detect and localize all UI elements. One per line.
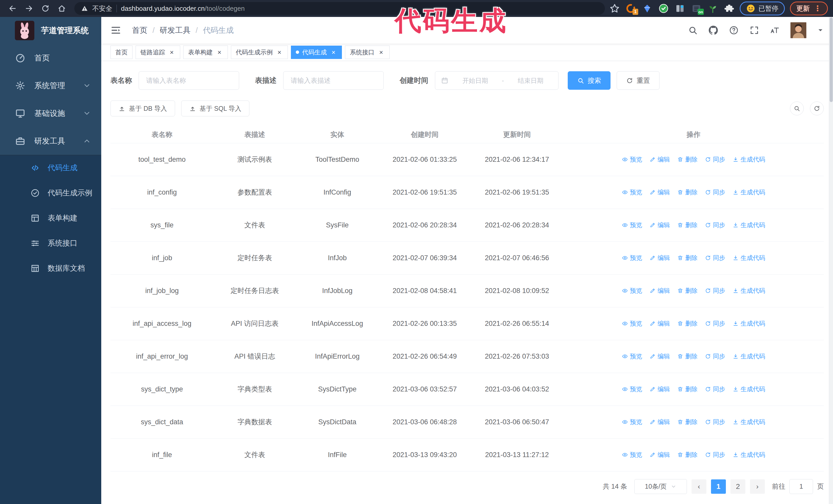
back-arrow-button[interactable] — [5, 2, 20, 15]
orange-ring-extension-icon[interactable]: 1 — [625, 3, 636, 14]
next-page-button[interactable]: › — [750, 479, 765, 494]
page-button-1[interactable]: 1 — [711, 479, 726, 494]
sync-link[interactable]: 同步 — [705, 188, 725, 196]
magnifier-circle-button[interactable] — [790, 101, 804, 115]
preview-link[interactable]: 预览 — [622, 287, 642, 295]
preview-link[interactable]: 预览 — [622, 319, 642, 328]
import-db-button[interactable]: 基于 DB 导入 — [111, 100, 175, 116]
green-check-extension-icon[interactable] — [658, 3, 669, 14]
breadcrumb-item[interactable]: 首页 — [132, 25, 147, 35]
preview-link[interactable]: 预览 — [622, 352, 642, 360]
bookmark-star-icon[interactable] — [609, 3, 620, 14]
caret-down-icon[interactable] — [817, 27, 824, 33]
sliders-extension-icon[interactable] — [674, 3, 685, 14]
delete-link[interactable]: 删除 — [677, 418, 698, 426]
generate-code-link[interactable]: 生成代码 — [733, 287, 765, 295]
tag-close-icon[interactable]: × — [378, 49, 385, 56]
browser-update-button[interactable]: 更新 ⋮ — [790, 2, 828, 16]
edit-link[interactable]: 编辑 — [649, 254, 670, 262]
generate-code-link[interactable]: 生成代码 — [733, 221, 765, 229]
reload-button[interactable] — [38, 2, 53, 15]
tag-close-icon[interactable]: × — [168, 49, 175, 56]
sync-link[interactable]: 同步 — [705, 287, 725, 295]
plant-extension-icon[interactable] — [708, 3, 718, 14]
tag-代码生成示例[interactable]: 代码生成示例× — [231, 46, 288, 59]
dark-box-extension-icon[interactable]: on — [691, 3, 702, 14]
sidebar-item-infra[interactable]: 基础设施 — [0, 99, 101, 127]
sidebar-subitem-codegen-example[interactable]: 代码生成示例 — [0, 181, 101, 206]
fullscreen-icon[interactable] — [749, 25, 759, 35]
page-size-select[interactable]: 10条/页 — [634, 479, 687, 494]
forward-arrow-button[interactable] — [22, 2, 37, 15]
table-name-input[interactable] — [139, 71, 239, 90]
edit-link[interactable]: 编辑 — [649, 287, 670, 295]
sync-link[interactable]: 同步 — [705, 451, 725, 459]
edit-link[interactable]: 编辑 — [649, 352, 670, 360]
sync-link[interactable]: 同步 — [705, 352, 725, 360]
sidebar-subitem-system-api[interactable]: 系统接口 — [0, 231, 101, 256]
address-bar[interactable]: 不安全 dashboard.yudao.iocoder.cn/tool/code… — [74, 2, 605, 15]
sync-link[interactable]: 同步 — [705, 254, 725, 262]
breadcrumb-item[interactable]: 研发工具 — [160, 25, 190, 35]
sync-link[interactable]: 同步 — [705, 319, 725, 328]
hamburger-icon[interactable] — [111, 25, 121, 35]
generate-code-link[interactable]: 生成代码 — [733, 418, 765, 426]
prev-page-button[interactable]: ‹ — [691, 479, 706, 494]
tag-系统接口[interactable]: 系统接口× — [345, 46, 389, 59]
edit-link[interactable]: 编辑 — [649, 188, 670, 196]
preview-link[interactable]: 预览 — [622, 385, 642, 393]
sidebar-item-devtool[interactable]: 研发工具 — [0, 127, 101, 155]
delete-link[interactable]: 删除 — [677, 352, 698, 360]
generate-code-link[interactable]: 生成代码 — [733, 188, 765, 196]
edit-link[interactable]: 编辑 — [649, 319, 670, 328]
tag-close-icon[interactable]: × — [276, 49, 283, 56]
edit-link[interactable]: 编辑 — [649, 418, 670, 426]
edit-link[interactable]: 编辑 — [649, 155, 670, 164]
scrollbar-thumb[interactable] — [830, 18, 833, 102]
sync-link[interactable]: 同步 — [705, 385, 725, 393]
delete-link[interactable]: 删除 — [677, 319, 698, 328]
tag-代码生成[interactable]: 代码生成× — [291, 46, 342, 59]
tag-链路追踪[interactable]: 链路追踪× — [136, 46, 180, 59]
tag-close-icon[interactable]: × — [330, 49, 337, 56]
tag-首页[interactable]: 首页 — [111, 46, 133, 59]
sync-link[interactable]: 同步 — [705, 155, 725, 164]
generate-code-link[interactable]: 生成代码 — [733, 385, 765, 393]
generate-code-link[interactable]: 生成代码 — [733, 451, 765, 459]
preview-link[interactable]: 预览 — [622, 254, 642, 262]
end-date-placeholder[interactable]: 结束日期 — [508, 76, 553, 85]
avatar[interactable] — [790, 20, 806, 40]
page-scrollbar[interactable] — [829, 17, 833, 504]
delete-link[interactable]: 删除 — [677, 254, 698, 262]
security-label[interactable]: 不安全 — [92, 4, 112, 13]
github-icon[interactable] — [709, 25, 718, 35]
goto-page-input[interactable] — [789, 479, 813, 494]
delete-link[interactable]: 删除 — [677, 287, 698, 295]
edit-link[interactable]: 编辑 — [649, 221, 670, 229]
delete-link[interactable]: 删除 — [677, 188, 698, 196]
kebab-menu-icon[interactable]: ⋮ — [814, 5, 822, 12]
help-icon[interactable] — [729, 25, 739, 35]
delete-link[interactable]: 删除 — [677, 221, 698, 229]
paused-extension-button[interactable]: 已暂停 — [740, 2, 785, 16]
sidebar-item-system[interactable]: 系统管理 — [0, 72, 101, 99]
preview-link[interactable]: 预览 — [622, 451, 642, 459]
delete-link[interactable]: 删除 — [677, 155, 698, 164]
sidebar-subitem-form-build[interactable]: 表单构建 — [0, 206, 101, 231]
preview-link[interactable]: 预览 — [622, 418, 642, 426]
generate-code-link[interactable]: 生成代码 — [733, 155, 765, 164]
sidebar-subitem-db-doc[interactable]: 数据库文档 — [0, 256, 101, 281]
refresh-circle-button[interactable] — [810, 101, 824, 115]
table-desc-input[interactable] — [283, 71, 384, 90]
generate-code-link[interactable]: 生成代码 — [733, 319, 765, 328]
tag-表单构建[interactable]: 表单构建× — [183, 46, 228, 59]
sidebar-item-home[interactable]: 首页 — [0, 44, 101, 72]
gem-extension-icon[interactable] — [642, 3, 652, 14]
edit-link[interactable]: 编辑 — [649, 385, 670, 393]
preview-link[interactable]: 预览 — [622, 155, 642, 164]
start-date-placeholder[interactable]: 开始日期 — [453, 76, 497, 85]
generate-code-link[interactable]: 生成代码 — [733, 254, 765, 262]
puzzle-extensions-icon[interactable] — [724, 3, 735, 14]
edit-link[interactable]: 编辑 — [649, 451, 670, 459]
generate-code-link[interactable]: 生成代码 — [733, 352, 765, 360]
